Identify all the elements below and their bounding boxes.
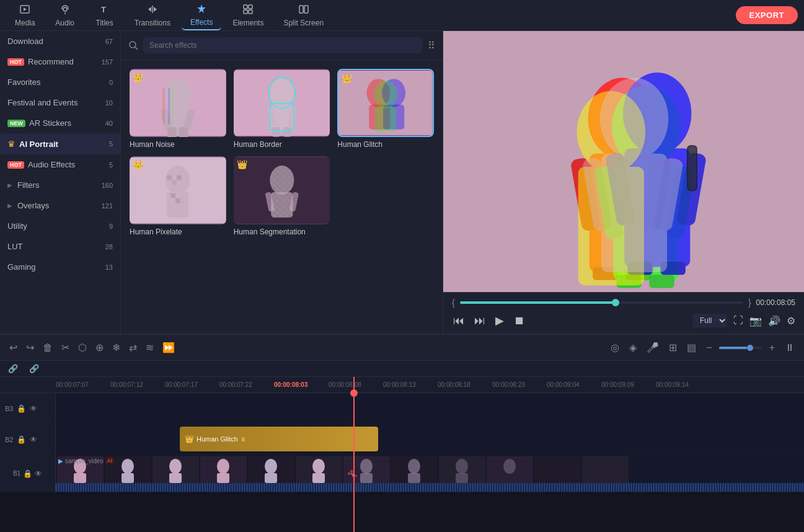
nav-splitscreen[interactable]: Split Screen xyxy=(275,1,332,30)
marker-button[interactable]: ◈ xyxy=(626,340,640,355)
grid-toggle-icon[interactable]: ⠿ xyxy=(428,40,435,51)
sidebar-item-audio-effects[interactable]: HOT Audio Effects 5 xyxy=(0,154,120,175)
audio-adjust-button[interactable]: ≋ xyxy=(143,340,157,355)
sidebar-utility-count: 9 xyxy=(109,223,113,230)
crown-icon-seg: 👑 xyxy=(237,159,247,169)
video-thumb xyxy=(439,456,485,483)
effect-card-human-pixelate[interactable]: 👑 xyxy=(130,156,226,236)
effect-clip-label: Human Glitch xyxy=(197,435,238,443)
sidebar-item-download[interactable]: Download 67 xyxy=(0,31,120,51)
sidebar-item-recommend[interactable]: HOT Recommend 157 xyxy=(0,51,120,72)
sidebar-lut-label: LUT xyxy=(7,242,23,251)
effect-clip[interactable]: 👑 Human Glitch ♛ xyxy=(180,427,378,451)
ruler-mark: 00:00:09:04 xyxy=(547,381,601,388)
ruler-marks: 00:00:07:07 00:00:07:12 00:00:07:17 00:0… xyxy=(0,377,804,392)
effect-label-human-noise: Human Noise xyxy=(130,140,226,149)
step-back-button[interactable]: ⏭ xyxy=(473,313,487,329)
nav-transitions[interactable]: Transitions xyxy=(126,1,179,30)
crown-icon: 👑 xyxy=(133,72,143,82)
undo-button[interactable]: ↩ xyxy=(6,340,20,355)
settings-button[interactable]: ⚙ xyxy=(787,315,795,327)
svg-rect-53 xyxy=(175,193,180,198)
bracket-right-icon[interactable]: } xyxy=(748,298,751,308)
stop-button[interactable]: ⏹ xyxy=(513,313,526,329)
effect-card-human-glitch[interactable]: 👑 Human Glitch xyxy=(337,69,434,149)
progress-track[interactable] xyxy=(460,301,743,304)
svg-rect-64 xyxy=(271,192,293,218)
svg-point-116 xyxy=(408,459,420,474)
svg-rect-54 xyxy=(170,198,175,203)
magnet-button[interactable]: 🔗 xyxy=(26,362,42,375)
nav-titles-label: Titles xyxy=(96,19,113,27)
svg-point-110 xyxy=(312,459,325,474)
svg-point-101 xyxy=(169,459,182,474)
eye-icon-b1[interactable]: 👁 xyxy=(35,469,42,478)
export-button[interactable]: EXPORT xyxy=(736,6,798,24)
nav-media[interactable]: Media xyxy=(6,1,44,30)
snapshot-button[interactable]: 📷 xyxy=(749,315,762,327)
auto-reframe-button[interactable]: ◎ xyxy=(607,340,622,355)
speed-button[interactable]: ⏩ xyxy=(159,340,178,355)
link-tracks-button[interactable]: 🔗 xyxy=(5,362,21,375)
sidebar-recommend-count: 157 xyxy=(102,58,113,66)
zoom-out-button[interactable]: − xyxy=(703,340,715,355)
crop-button[interactable]: ⬡ xyxy=(75,340,90,355)
nav-audio[interactable]: Audio xyxy=(46,1,84,30)
bracket-left-icon[interactable]: { xyxy=(452,298,455,308)
svg-rect-50 xyxy=(172,180,177,185)
zoom-bar xyxy=(719,347,762,349)
copy-button[interactable]: ⊞ xyxy=(666,340,680,355)
video-thumb xyxy=(343,456,390,483)
caption-button[interactable]: ▤ xyxy=(684,340,699,355)
svg-rect-111 xyxy=(312,473,325,483)
eye-icon-b2[interactable]: 👁 xyxy=(30,435,37,444)
pause-timeline-button[interactable]: ⏸ xyxy=(782,340,798,355)
effect-card-human-noise[interactable]: 👑 xyxy=(130,69,226,149)
ruler-mark: 00:00:08:08 xyxy=(329,381,383,388)
effects-grid: 👑 xyxy=(121,60,443,245)
track-b3-id: B3 xyxy=(5,405,13,412)
sidebar-item-favorites[interactable]: Favorites 0 xyxy=(0,72,120,92)
cut-button[interactable]: ✂ xyxy=(58,340,73,355)
svg-marker-6 xyxy=(197,4,206,13)
sidebar-item-ar-stickers[interactable]: NEW AR Stickers 40 xyxy=(0,113,120,133)
transition-button[interactable]: ⇄ xyxy=(126,340,140,355)
sidebar-item-gaming[interactable]: Gaming 13 xyxy=(0,257,120,277)
quality-select[interactable]: Full 1/2 1/4 xyxy=(692,314,727,327)
redo-button[interactable]: ↪ xyxy=(23,340,37,355)
sidebar-item-festival[interactable]: Festival and Events 10 xyxy=(0,92,120,113)
lock-icon-b3[interactable]: 🔒 xyxy=(17,404,26,413)
eye-icon-b3[interactable]: 👁 xyxy=(30,404,37,413)
sidebar-item-overlays[interactable]: ▶ Overlays 121 xyxy=(0,195,120,216)
sidebar-filters-count: 160 xyxy=(102,182,113,189)
play-button[interactable]: ▶ xyxy=(494,313,505,329)
sidebar-item-lut[interactable]: LUT 28 xyxy=(0,236,120,257)
sidebar-item-filters[interactable]: ▶ Filters 160 xyxy=(0,175,120,195)
skip-back-button[interactable]: ⏮ xyxy=(452,313,466,329)
effect-card-human-border[interactable]: Human Border xyxy=(234,69,330,149)
nav-elements[interactable]: Elements xyxy=(224,1,272,30)
nav-titles[interactable]: T Titles xyxy=(86,1,123,30)
svg-rect-12 xyxy=(304,6,308,13)
nav-effects[interactable]: Effects xyxy=(182,1,221,30)
sidebar-overlays-label: Overlays xyxy=(17,201,49,210)
delete-button[interactable]: 🗑 xyxy=(40,340,56,355)
lock-icon-b2[interactable]: 🔒 xyxy=(17,435,26,444)
lock-icon-b1[interactable]: 🔒 xyxy=(23,469,32,478)
sidebar-lut-count: 28 xyxy=(105,243,113,250)
volume-button[interactable]: 🔊 xyxy=(768,315,780,327)
mic-button[interactable]: 🎤 xyxy=(643,340,662,355)
search-trim-button[interactable]: ⊕ xyxy=(92,340,107,355)
track-rows-container: B3 🔒 👁 B2 🔒 👁 👑 Human Glitch xyxy=(0,393,804,532)
zoom-track[interactable] xyxy=(719,347,762,349)
search-input[interactable] xyxy=(143,37,423,53)
fullscreen-button[interactable]: ⛶ xyxy=(733,315,743,326)
effect-card-human-segmentation[interactable]: 👑 xyxy=(234,156,330,236)
nav-effects-label: Effects xyxy=(190,18,213,27)
sidebar-item-ai-portrait[interactable]: ♛ AI Portrait 5 xyxy=(0,133,120,154)
nav-audio-label: Audio xyxy=(55,19,74,27)
sidebar-item-utility[interactable]: Utility 9 xyxy=(0,216,120,236)
svg-rect-55 xyxy=(175,198,180,203)
zoom-in-button[interactable]: + xyxy=(766,340,778,355)
freeze-button[interactable]: ❄ xyxy=(109,340,123,355)
